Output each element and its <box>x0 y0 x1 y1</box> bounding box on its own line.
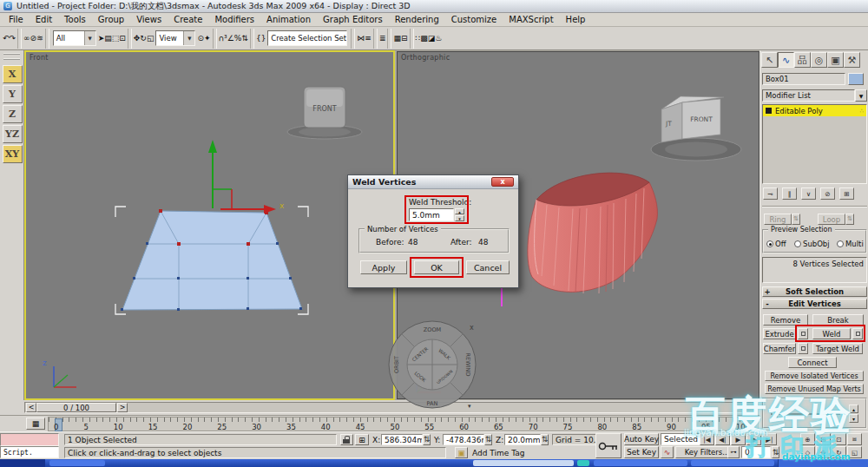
radio-subobj-icon[interactable] <box>794 240 801 247</box>
window-crossing-icon[interactable]: ⊡ <box>119 34 126 43</box>
menu-item[interactable]: Group <box>92 14 130 25</box>
constraint-z-button[interactable]: Z <box>3 105 23 123</box>
goto-start-button[interactable]: |◀ <box>700 433 714 445</box>
wheel-zoom-wedge[interactable]: ZOOM <box>424 326 441 333</box>
extrude-settings-button[interactable] <box>798 328 808 339</box>
chamfer-settings-button[interactable] <box>798 343 808 354</box>
reference-coordinate-system-dropdown-arrow-icon[interactable]: ▼ <box>183 31 194 45</box>
select-object-icon[interactable]: ➤ <box>98 34 105 43</box>
taskbar-start-area[interactable] <box>0 459 45 467</box>
spinner-up-button[interactable]: ▴ <box>849 405 858 413</box>
menu-item[interactable]: Edit <box>30 14 58 25</box>
constraint-xy-button[interactable]: XY <box>3 145 23 163</box>
selection-filter-dropdown-arrow-icon[interactable]: ▼ <box>84 31 95 45</box>
menu-item[interactable]: Create <box>168 14 208 25</box>
menu-item[interactable]: Views <box>130 14 168 25</box>
loop-button[interactable]: Loop <box>818 214 845 225</box>
spinner-down-button[interactable]: ▾ <box>849 414 858 423</box>
field-of-view-button[interactable]: ◇ <box>800 446 815 458</box>
toolbar-drag-handle[interactable] <box>3 53 20 60</box>
stack-item-editable-poly[interactable]: Editable Poly ∴ <box>763 105 866 116</box>
show-end-result-icon[interactable]: ‖ <box>782 187 797 200</box>
weld-settings-button[interactable] <box>852 328 863 339</box>
mirror-icon[interactable]: ⋈ <box>357 34 365 43</box>
add-time-tag[interactable]: Add Time Tag <box>472 449 524 457</box>
red-poly-object[interactable] <box>528 173 658 293</box>
radio-multi[interactable]: Multi <box>837 240 864 248</box>
threshold-spinner-down[interactable]: ▾ <box>455 215 464 221</box>
zoom-extents-all-button[interactable]: ⧈ <box>847 433 862 445</box>
ring-spinner[interactable]: ⇅ <box>792 214 800 225</box>
mini-curve-editor-button[interactable]: ▦ <box>26 418 45 430</box>
select-and-manipulate-icon[interactable]: ✦ <box>204 34 211 43</box>
front-viewport[interactable]: Front FRONT <box>24 50 395 400</box>
apply-button[interactable]: Apply <box>360 260 407 274</box>
wheel-orbit-wedge[interactable]: ORBIT <box>393 356 400 373</box>
default-in-out-tangents-button[interactable]: ∿ <box>661 446 674 458</box>
maximize-viewport-toggle-button[interactable]: ◱ <box>847 446 862 458</box>
menu-item[interactable]: Customize <box>445 14 503 25</box>
play-button[interactable]: ▶ <box>731 433 746 445</box>
dialog-close-button[interactable]: x <box>491 177 514 187</box>
time-slider-next-button[interactable]: > <box>117 403 128 412</box>
constraint-x-button[interactable]: X <box>3 65 23 83</box>
percent-snap-toggle-icon[interactable]: % <box>234 34 242 43</box>
wheel-pan-wedge[interactable]: PAN <box>427 400 438 407</box>
chamfer-button[interactable]: Chamfer <box>763 343 796 354</box>
taskbar-item[interactable] <box>594 460 687 466</box>
pin-stack-icon[interactable]: ⊸ <box>763 187 778 200</box>
goto-end-button[interactable]: ▶| <box>762 433 777 445</box>
time-slider-prev-button[interactable]: < <box>26 403 36 412</box>
spinner-snap-toggle-icon[interactable]: ⇅ <box>241 34 248 43</box>
taskbar-item[interactable] <box>577 460 589 466</box>
radio-off[interactable]: Off <box>766 240 786 248</box>
arc-rotate-button[interactable]: ↻ <box>832 446 846 458</box>
display-tab[interactable]: ▣ <box>827 52 844 68</box>
menu-item[interactable]: Graph Editors <box>317 14 389 25</box>
viewcube-side-label[interactable]: JT <box>665 120 672 128</box>
viewport-label-front[interactable]: Front <box>30 54 49 62</box>
select-and-move-icon[interactable]: ✥ <box>134 34 141 43</box>
undo-icon[interactable]: ↶ <box>3 34 10 43</box>
x-coord-spinner[interactable]: ⇅ <box>423 434 431 445</box>
selection-filter-dropdown[interactable]: All▼ <box>53 30 96 46</box>
dialog-titlebar[interactable]: Weld Vertices x <box>348 175 518 189</box>
schematic-view-icon[interactable]: ⊟ <box>401 34 408 43</box>
create-tab[interactable]: ↖ <box>761 52 778 68</box>
target-weld-button[interactable]: Target Weld <box>812 343 863 354</box>
isolate-cube-icon[interactable]: ▣ <box>455 447 468 458</box>
radio-multi-icon[interactable] <box>837 240 844 247</box>
motion-tab[interactable]: ◎ <box>811 52 827 68</box>
remove-unused-map-verts-button[interactable]: Remove Unused Map Verts <box>765 384 864 394</box>
rendered-frame-window-icon[interactable]: ◪ <box>428 34 436 43</box>
y-coord-field[interactable]: -478.436mm <box>443 434 484 445</box>
weld-button[interactable]: Weld <box>812 328 851 339</box>
select-and-rotate-icon[interactable]: ↻ <box>140 34 147 43</box>
align-icon[interactable]: ≡ <box>365 34 372 43</box>
layer-manager-icon[interactable]: ≣ <box>379 34 386 43</box>
zoom-button[interactable]: ⊕ <box>800 433 815 445</box>
select-by-name-icon[interactable]: ▤ <box>104 34 112 43</box>
mesh-object[interactable] <box>121 209 302 311</box>
menu-item[interactable]: MAXScript <box>503 14 559 25</box>
y-coord-spinner[interactable]: ⇅ <box>484 434 492 445</box>
soft-selection-rollout[interactable]: + Soft Selection <box>762 286 867 297</box>
z-coord-field[interactable]: 20.0mm <box>504 434 541 445</box>
pan-view-button[interactable]: ✥ <box>816 446 831 458</box>
weld-threshold-field[interactable]: 5.0mm <box>409 208 454 221</box>
rollout-expand-icon[interactable]: + <box>763 287 772 296</box>
next-frame-button[interactable]: |▶ <box>746 433 761 445</box>
hierarchy-tab[interactable]: 品 <box>794 52 811 68</box>
weld-vertices-dialog[interactable]: Weld Vertices x Weld Threshold: 5.0mm ▴ … <box>347 174 519 288</box>
macro-recorder-pane[interactable] <box>0 433 59 446</box>
selection-lock-toggle[interactable] <box>340 434 353 445</box>
constraint-y-button[interactable]: Y <box>3 85 23 103</box>
absolute-offset-toggle[interactable]: ⊞ <box>355 434 369 445</box>
use-pivot-point-center-icon[interactable]: ⊙ <box>197 34 204 43</box>
reference-coordinate-system-dropdown[interactable]: View▼ <box>155 30 195 46</box>
curve-editor-icon[interactable]: ▦ <box>393 34 401 43</box>
menu-item[interactable]: File <box>3 14 30 25</box>
connect-button[interactable]: Connect <box>788 357 837 368</box>
menu-item[interactable]: Modifiers <box>208 14 260 25</box>
make-unique-icon[interactable]: ∨ <box>801 187 816 200</box>
